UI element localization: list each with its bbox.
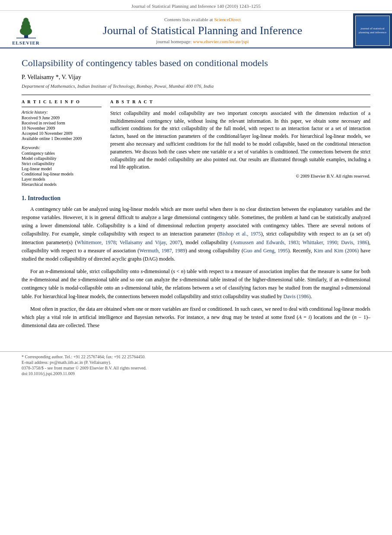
keyword-6: Layer models: [22, 177, 102, 182]
keywords-label: Keywords:: [22, 145, 102, 150]
keyword-1: Contingency tables: [22, 151, 102, 156]
cite-davis2[interactable]: Davis (1986): [284, 293, 311, 299]
cite-vellaisamy[interactable]: Vellaisamy and Vijay, 2007: [120, 239, 180, 245]
article-info-column: A R T I C L E I N F O Article history: R…: [22, 99, 102, 187]
abstract-heading: A B S T R A C T: [110, 99, 370, 104]
available-date: Available online 1 December 2009: [22, 136, 102, 141]
cite-whittemore[interactable]: Whittemore, 1978: [77, 239, 116, 245]
keyword-3: Strict collapsibility: [22, 161, 102, 166]
sciencedirect-label: Contents lists available at ScienceDirec…: [164, 17, 241, 22]
cite-davis[interactable]: Davis, 1986: [341, 239, 367, 245]
copyright-line: © 2009 Elsevier B.V. All rights reserved…: [110, 174, 370, 178]
banner-center: Contents lists available at ScienceDirec…: [52, 13, 353, 48]
abstract-column: A B S T R A C T Strict collapsibility an…: [110, 99, 370, 187]
affiliation: Department of Mathematics, Indian Instit…: [22, 83, 370, 89]
keyword-5: Conditional log-linear models: [22, 172, 102, 176]
journal-header: Journal of Statistical Planning and Infe…: [0, 0, 392, 11]
svg-point-4: [23, 18, 29, 23]
page-footer: * Corresponding author. Tel.: +91 22 257…: [0, 351, 392, 376]
article-columns: A R T I C L E I N F O Article history: R…: [22, 99, 370, 187]
sciencedirect-link[interactable]: ScienceDirect: [214, 17, 241, 22]
elsevier-brand-text: ELSEVIER: [12, 40, 40, 45]
journal-thumbnail: journal of statistical planning and infe…: [355, 16, 390, 46]
journal-banner: ELSEVIER Contents lists available at Sci…: [0, 11, 392, 48]
corresponding-author-note: * Corresponding author. Tel.: +91 22 257…: [22, 354, 370, 359]
copyright-footer: 0378-3758/$ - see front matter © 2009 El…: [22, 366, 370, 370]
keywords-section: Keywords: Contingency tables Model colla…: [22, 145, 102, 187]
banner-logo-area: ELSEVIER: [0, 13, 52, 48]
elsevier-tree-icon: [12, 16, 40, 39]
intro-para-2: For an n-dimensional table, strict colla…: [22, 268, 370, 301]
keyword-4: Log-linear model: [22, 166, 102, 171]
received-date: Received 9 June 2009: [22, 115, 102, 120]
cite-kim[interactable]: Kim and Kim (2006): [314, 248, 359, 254]
abstract-text: Strict collapsibility and model collapsi…: [110, 110, 370, 172]
email-note: E-mail address: pv@math.iitb.ac.in (P. V…: [22, 360, 370, 365]
journal-citation: Journal of Statistical Planning and Infe…: [131, 3, 261, 9]
intro-title: 1. Introduction: [22, 195, 370, 202]
intro-para-3: Most often in practice, the data are obt…: [22, 305, 370, 330]
journal-homepage-line: journal homepage: www.elsevier.com/locat…: [156, 39, 249, 44]
intro-para-1: A contingency table can be analyzed usin…: [22, 205, 370, 263]
cite-whittaker[interactable]: Whittaker, 1990: [303, 239, 337, 245]
elsevier-logo: ELSEVIER: [12, 16, 40, 45]
authors-text: P. Vellaisamy *, V. Vijay: [22, 74, 81, 80]
doi-line: doi:10.1016/j.jspi.2009.11.009: [22, 371, 370, 376]
article-title: Collapsibility of contingency tables bas…: [22, 57, 370, 70]
revised-date2: 10 November 2009: [22, 126, 102, 131]
introduction-section: 1. Introduction A contingency table can …: [22, 195, 370, 330]
article-info-heading: A R T I C L E I N F O: [22, 99, 102, 104]
keyword-7: Hierarchical models: [22, 182, 102, 187]
abstract-divider: [110, 107, 370, 107]
info-divider: [22, 107, 102, 107]
history-label: Article history:: [22, 110, 102, 115]
homepage-link[interactable]: www.elsevier.com/locate/jspi: [193, 39, 249, 44]
journal-thumbnail-area: journal of statistical planning and infe…: [353, 13, 392, 48]
keyword-2: Model collapsibility: [22, 156, 102, 161]
journal-thumb-text: journal of statistical planning and infe…: [356, 26, 389, 35]
cite-asmussen[interactable]: Asmussen and Edwards, 1983: [233, 239, 299, 245]
cite-guo[interactable]: Guo and Geng, 1995: [243, 248, 288, 254]
journal-title-banner: Journal of Statistical Planning and Infe…: [103, 24, 302, 37]
cite-wermuth[interactable]: Wermuth, 1987, 1989: [139, 248, 185, 254]
authors-line: P. Vellaisamy *, V. Vijay: [22, 74, 370, 81]
main-content: Collapsibility of contingency tables bas…: [0, 48, 392, 343]
revised-date1: Received in revised form: [22, 121, 102, 125]
title-divider: [22, 95, 370, 95]
cite-bishop[interactable]: Bishop et al., 1975: [219, 231, 261, 237]
accepted-date: Accepted 10 November 2009: [22, 131, 102, 136]
